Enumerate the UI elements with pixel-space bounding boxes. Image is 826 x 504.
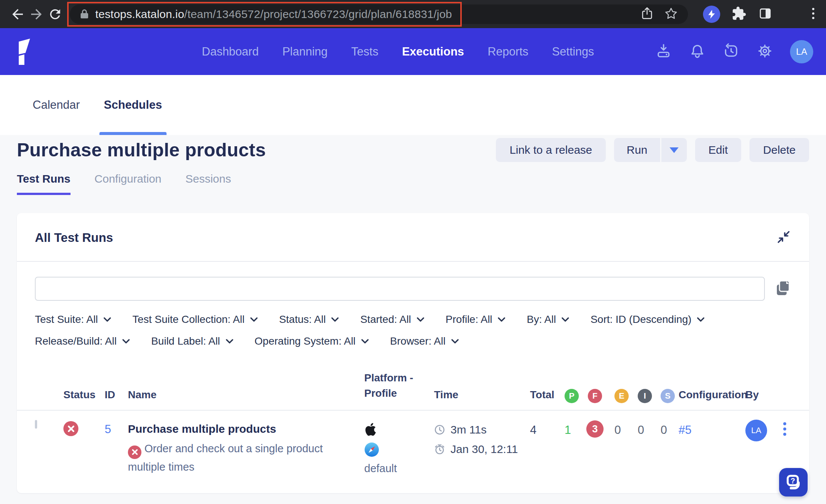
collapse-icon xyxy=(776,230,791,244)
failed-badge: F xyxy=(588,389,602,403)
filter-test-suite[interactable]: Test Suite: All xyxy=(35,314,111,326)
puzzle-icon xyxy=(731,6,746,21)
url-host: testops.katalon.io xyxy=(95,8,184,20)
chevron-down-icon xyxy=(416,317,425,322)
back-button[interactable] xyxy=(8,5,27,24)
copy-icon xyxy=(775,279,791,297)
row-subtitle: Order and check out a single product mul… xyxy=(128,441,364,475)
filter-by[interactable]: By: All xyxy=(527,314,569,326)
row-time-cell: 3m 11s Jan 30, 12:11 xyxy=(434,423,530,456)
row-by-avatar[interactable]: LA xyxy=(745,420,767,441)
col-id: ID xyxy=(105,389,128,401)
extension-button[interactable] xyxy=(703,6,720,23)
downloads-button[interactable] xyxy=(655,42,672,61)
chevron-down-icon xyxy=(697,317,705,322)
reload-icon xyxy=(48,7,63,22)
page-content: Purchase multiple products Link to a rel… xyxy=(0,135,826,504)
katalon-logo[interactable] xyxy=(17,38,37,67)
table-row[interactable]: 5 Purchase multiple products Order and c… xyxy=(17,411,809,483)
copy-button[interactable] xyxy=(775,279,791,298)
run-button[interactable]: Run xyxy=(614,138,660,162)
help-button[interactable]: ? xyxy=(779,468,808,496)
gear-icon xyxy=(756,42,773,60)
collapse-button[interactable] xyxy=(776,230,791,246)
nav-item-executions[interactable]: Executions xyxy=(402,45,464,58)
url-path: /team/1346572/project/1366723/grid/plan/… xyxy=(184,8,452,20)
card-title: All Test Runs xyxy=(35,231,113,245)
row-id-link[interactable]: 5 xyxy=(105,423,128,436)
clock-icon xyxy=(434,424,445,435)
user-avatar[interactable]: LA xyxy=(790,40,813,63)
subtab-sessions[interactable]: Sessions xyxy=(185,172,231,195)
failed-status-icon xyxy=(63,421,78,436)
row-total: 4 xyxy=(530,423,565,437)
run-dropdown-button[interactable] xyxy=(661,138,687,162)
nav-item-settings[interactable]: Settings xyxy=(552,45,594,58)
apple-icon xyxy=(364,422,377,437)
chevron-down-icon xyxy=(331,317,339,322)
forward-button[interactable] xyxy=(27,5,46,24)
filter-browser[interactable]: Browser: All xyxy=(390,335,459,347)
nav-item-planning[interactable]: Planning xyxy=(282,45,328,58)
kebab-icon xyxy=(783,421,787,438)
filter-test-suite-collection[interactable]: Test Suite Collection: All xyxy=(132,314,258,326)
help-chat-icon: ? xyxy=(784,473,803,492)
filter-operating-system[interactable]: Operating System: All xyxy=(255,335,369,347)
col-time: Time xyxy=(434,389,530,401)
row-menu-button[interactable] xyxy=(783,421,809,439)
reload-button[interactable] xyxy=(46,5,65,24)
link-to-release-button[interactable]: Link to a release xyxy=(496,138,605,162)
filter-release-build[interactable]: Release/Build: All xyxy=(35,335,130,347)
notifications-button[interactable] xyxy=(689,42,706,61)
share-button[interactable] xyxy=(640,6,654,22)
row-configuration-link[interactable]: #5 xyxy=(679,423,745,437)
subtab-configuration[interactable]: Configuration xyxy=(95,172,161,195)
address-bar[interactable]: testops.katalon.io/team/1346572/project/… xyxy=(70,4,688,24)
nav-item-dashboard[interactable]: Dashboard xyxy=(202,45,259,58)
row-error: 0 xyxy=(614,423,638,437)
col-platform-profile: Platform - Profile xyxy=(364,370,414,401)
passed-badge: P xyxy=(565,389,579,403)
chevron-down-icon xyxy=(361,339,369,344)
delete-button[interactable]: Delete xyxy=(749,138,809,162)
page-title: Purchase multiple products xyxy=(17,139,266,161)
row-skipped: 0 xyxy=(661,423,679,437)
url-text: testops.katalon.io/team/1346572/project/… xyxy=(95,8,452,21)
tab-calendar[interactable]: Calendar xyxy=(28,75,84,135)
nav-item-reports[interactable]: Reports xyxy=(488,45,529,58)
menu-kebab-icon xyxy=(811,6,815,21)
incomplete-badge: I xyxy=(638,389,652,403)
row-name-link[interactable]: Purchase multiple products xyxy=(128,423,364,435)
search-input[interactable] xyxy=(35,277,765,301)
browser-chrome: testops.katalon.io/team/1346572/project/… xyxy=(0,0,826,28)
row-name-cell: Purchase multiple products Order and che… xyxy=(128,421,364,475)
row-failed: 3 xyxy=(586,420,604,438)
table-header: Status ID Name Platform - Profile Time T… xyxy=(17,357,809,410)
filter-profile[interactable]: Profile: All xyxy=(446,314,506,326)
filter-sort[interactable]: Sort: ID (Descending) xyxy=(590,314,705,326)
safari-icon xyxy=(364,442,379,457)
chevron-down-icon xyxy=(122,339,130,344)
subtab-test-runs[interactable]: Test Runs xyxy=(17,172,71,195)
address-bar-wrap: testops.katalon.io/team/1346572/project/… xyxy=(70,4,688,24)
chevron-down-icon xyxy=(451,339,459,344)
col-name: Name xyxy=(128,389,364,401)
chevron-down-icon xyxy=(561,317,569,322)
row-checkbox[interactable] xyxy=(35,420,37,429)
bell-icon xyxy=(689,42,706,60)
extensions-menu-button[interactable] xyxy=(731,6,746,22)
filter-status[interactable]: Status: All xyxy=(279,314,339,326)
settings-button[interactable] xyxy=(756,42,773,61)
nav-item-tests[interactable]: Tests xyxy=(351,45,378,58)
filter-started[interactable]: Started: All xyxy=(360,314,424,326)
edit-button[interactable]: Edit xyxy=(695,138,742,162)
side-panel-button[interactable] xyxy=(758,6,773,22)
history-button[interactable] xyxy=(722,42,740,61)
star-icon xyxy=(664,6,678,21)
bookmark-button[interactable] xyxy=(664,6,678,22)
browser-menu-button[interactable] xyxy=(811,6,815,22)
tab-schedules[interactable]: Schedules xyxy=(99,75,167,135)
caret-down-icon xyxy=(670,147,679,153)
card-header: All Test Runs xyxy=(17,213,809,261)
filter-build-label[interactable]: Build Label: All xyxy=(151,335,234,347)
